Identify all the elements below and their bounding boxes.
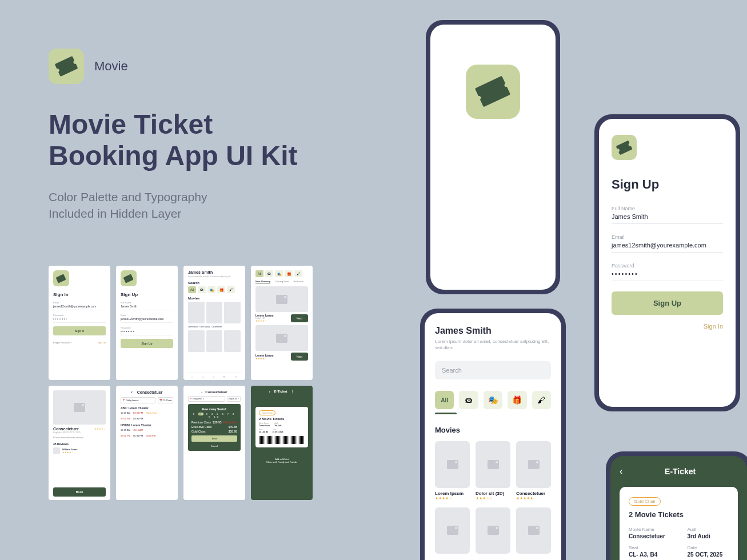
fullname-label: Full Name [612, 206, 723, 211]
brand-name: Movie [94, 59, 128, 74]
back-icon[interactable]: ‹ [620, 466, 622, 477]
thumb-detail[interactable]: Consectetuer★★★★☆ English • 3D 25 OCT, 2… [49, 386, 110, 500]
subhead: Color Palette and TypographyIncluded in … [49, 189, 207, 222]
email-field[interactable]: james12smith@yourexample.com [612, 242, 723, 253]
seat-label: Seat [629, 545, 670, 550]
thumb-eticket[interactable]: ‹ E-Ticket ⋮ Gold Chair 2 Movie Tickets … [251, 386, 313, 500]
headline: Movie TicketBooking App UI Kit [49, 109, 298, 171]
movie-grid: Lorem Ipsum★★★★☆ Dolor sit (3D)★★★☆☆ Con… [435, 441, 551, 500]
password-field[interactable]: •••••••• [612, 270, 723, 281]
movie-card[interactable] [516, 507, 551, 557]
brand-block: Movie [49, 49, 128, 84]
image-placeholder-icon [447, 526, 458, 535]
thumb-home[interactable]: James Smith Lorem ipsum dolor sit amet, … [183, 266, 245, 380]
image-placeholder-icon [528, 460, 540, 469]
user-name: James Smith [435, 326, 551, 336]
category-brush-icon[interactable]: 🖌 [532, 391, 551, 409]
signup-app-icon [612, 135, 637, 160]
search-input[interactable]: Search [435, 361, 551, 379]
image-placeholder-icon [488, 526, 499, 535]
thumb-signin[interactable]: Sign In Email james12smith@yourexample.c… [49, 266, 110, 380]
movie-value: Consectetuer [629, 533, 670, 539]
thumb-signup[interactable]: Sign Up Full Name James Smith Email jame… [116, 266, 178, 380]
fullname-field[interactable]: James Smith [612, 213, 723, 224]
splash-app-icon [466, 65, 520, 119]
movie-card[interactable] [476, 507, 510, 557]
image-placeholder-icon [488, 460, 499, 469]
phone-eticket: ‹ E-Ticket Gold Chair 2 Movie Tickets Mo… [606, 451, 747, 560]
image-placeholder-icon [528, 526, 540, 535]
signin-link[interactable]: Sign In [612, 323, 723, 330]
ticket-count: 2 Movie Tickets [629, 510, 729, 519]
headline-line1: Movie Ticket [49, 109, 213, 139]
movies-section-title: Movies [435, 426, 551, 434]
image-placeholder-icon [447, 460, 458, 469]
eticket-title: E-Ticket [632, 467, 729, 476]
movie-card[interactable] [435, 507, 470, 557]
category-drama-icon[interactable]: 🎭 [484, 391, 502, 409]
movie-card[interactable]: Dolor sit (3D)★★★☆☆ [476, 441, 510, 500]
seat-class-badge: Gold Chair [629, 497, 661, 506]
password-label: Password [612, 263, 723, 269]
thumb-listing[interactable]: All🎟🎭🎁🖌 Now ShowingComing SoonExclusive … [251, 266, 313, 380]
seat-value: CL- A3, B4 [629, 551, 670, 558]
date-value: 25 OCT, 2025 [688, 551, 729, 558]
signup-title: Sign Up [612, 177, 723, 192]
thumb-seats[interactable]: ‹ Consectetuer 📍 Dolby Atmos ▾English, 3… [183, 386, 245, 500]
category-row: All 🎟 🎭 🎁 🖌 [435, 391, 551, 409]
audi-label: Audi [688, 527, 729, 532]
screen-thumbnails: Sign In Email james12smith@yourexample.c… [49, 266, 313, 500]
date-label: Date [688, 545, 729, 550]
ticket-card: Gold Chair 2 Movie Tickets Movie NameCon… [620, 487, 738, 560]
phone-splash [426, 20, 560, 294]
audi-value: 3rd Audi [688, 533, 729, 539]
thumb-showtimes[interactable]: ‹ Consectetuer 📍 Dolby Atmos📅 25 Oct ▾ A… [116, 386, 178, 500]
movie-card[interactable]: Lorem Ipsum★★★★☆ [435, 441, 470, 500]
category-underline [435, 413, 457, 414]
app-icon [49, 49, 84, 84]
signup-button[interactable]: Sign Up [612, 291, 723, 315]
phone-home: James Smith Lorem ipsum dolor sit amet, … [420, 309, 566, 560]
movie-label: Movie Name [629, 527, 670, 532]
headline-line2: Booking App UI Kit [49, 141, 298, 171]
email-label: Email [612, 234, 723, 240]
category-all[interactable]: All [435, 391, 454, 409]
category-ticket-icon[interactable]: 🎟 [459, 391, 478, 409]
movie-grid-2 [435, 507, 551, 557]
movie-card[interactable]: Consectetuer★★★★★ [516, 441, 551, 500]
phone-signup: Sign Up Full Name James Smith Email jame… [594, 114, 740, 411]
user-sub: Lorem ipsum dolor sit amet, consectetuer… [435, 338, 551, 351]
category-gift-icon[interactable]: 🎁 [508, 391, 526, 409]
